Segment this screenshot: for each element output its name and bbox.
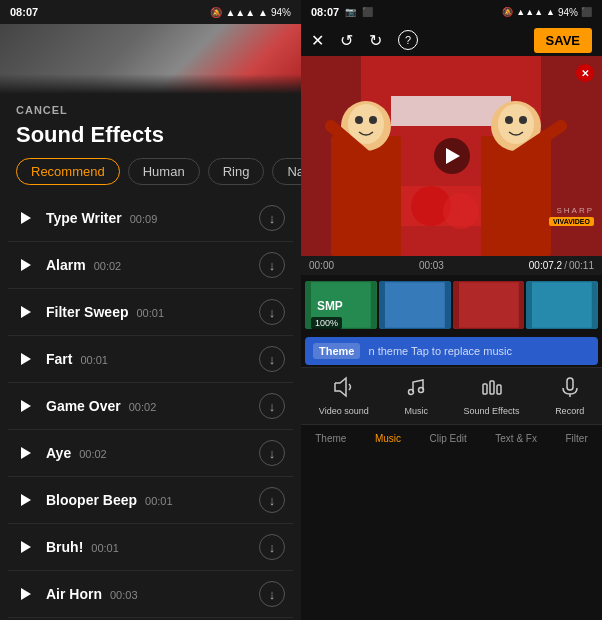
bottom-tools: Video sound Music Sound Effects [301, 367, 602, 424]
svg-rect-26 [532, 282, 592, 327]
sound-name: Type Writer [46, 210, 122, 226]
nav-music[interactable]: Music [375, 433, 401, 444]
download-button[interactable]: ↓ [259, 205, 285, 231]
download-button[interactable]: ↓ [259, 299, 285, 325]
video-preview: SHARP VIVAVIDEO ✕ [301, 56, 602, 256]
app-icon: ⬛ [362, 7, 373, 17]
nav-text-fx[interactable]: Text & Fx [495, 433, 537, 444]
music-icon [405, 376, 427, 403]
svg-point-28 [419, 388, 424, 393]
timeline-current-time: 00:07.2 [529, 260, 562, 271]
download-icon: ↓ [269, 447, 276, 460]
video-sound-icon [333, 376, 355, 403]
list-item[interactable]: Game Over 00:02 ↓ [8, 383, 293, 430]
redo-button[interactable]: ↻ [369, 31, 382, 50]
svg-point-7 [355, 116, 363, 124]
download-button[interactable]: ↓ [259, 440, 285, 466]
sound-duration: 00:09 [130, 213, 158, 225]
sound-effects-icon [481, 376, 503, 403]
left-status-bar: 08:07 🔕 ▲▲▲ ▲ 94% [0, 0, 301, 24]
left-time: 08:07 [10, 6, 38, 18]
timeline-separator: / [564, 260, 567, 271]
sound-duration: 00:01 [80, 354, 108, 366]
sound-effects-panel: 08:07 🔕 ▲▲▲ ▲ 94% CANCEL Sound Effects R… [0, 0, 301, 620]
wifi-icon2: ▲ [546, 7, 555, 17]
svg-rect-31 [497, 385, 501, 394]
nav-theme[interactable]: Theme [315, 433, 346, 444]
list-item[interactable]: Blooper Beep 00:01 ↓ [8, 477, 293, 524]
right-status-bar: 08:07 📷 ⬛ 🔕 ▲▲▲ ▲ 94% ⬛ [301, 0, 602, 24]
vivavideo-watermark: VIVAVIDEO [549, 217, 594, 226]
sound-name: Filter Sweep [46, 304, 128, 320]
list-item[interactable]: Type Writer 00:09 ↓ [8, 195, 293, 242]
undo-button[interactable]: ↺ [340, 31, 353, 50]
tool-label-record: Record [555, 406, 584, 416]
play-button[interactable] [16, 349, 36, 369]
play-button[interactable] [16, 208, 36, 228]
signal-icon2: ▲▲▲ [516, 7, 543, 17]
list-item[interactable]: Alarm 00:02 ↓ [8, 242, 293, 289]
list-item[interactable]: Bruh! 00:01 ↓ [8, 524, 293, 571]
tab-ring[interactable]: Ring [208, 158, 265, 185]
svg-point-12 [505, 116, 513, 124]
nav-label-filter: Filter [566, 433, 588, 444]
svg-point-13 [519, 116, 527, 124]
nav-label-music: Music [375, 433, 401, 444]
help-button[interactable]: ? [398, 30, 418, 50]
list-item[interactable]: Air Horn 00:03 ↓ [8, 571, 293, 618]
nav-clip-edit[interactable]: Clip Edit [430, 433, 467, 444]
list-item[interactable]: Aye 00:02 ↓ [8, 430, 293, 477]
filter-tabs: Recommend Human Ring Nature [0, 158, 301, 195]
left-battery: 94% [271, 7, 291, 18]
sound-name: Aye [46, 445, 71, 461]
wifi-icon: ▲ [258, 7, 268, 18]
tool-sound-effects[interactable]: Sound Effects [464, 376, 520, 416]
video-play-button[interactable] [434, 138, 470, 174]
video-timeline[interactable]: SMP 100% [301, 275, 602, 335]
play-button[interactable] [16, 302, 36, 322]
close-button[interactable]: ✕ [311, 31, 324, 50]
play-button[interactable] [16, 537, 36, 557]
sharp-watermark: SHARP [556, 206, 594, 215]
play-button[interactable] [16, 396, 36, 416]
clip-duration-badge: 100% [311, 317, 342, 329]
cancel-button[interactable]: CANCEL [0, 94, 301, 120]
download-button[interactable]: ↓ [259, 346, 285, 372]
download-button[interactable]: ↓ [259, 252, 285, 278]
remove-badge[interactable]: ✕ [576, 64, 594, 82]
left-status-icons: 🔕 ▲▲▲ ▲ 94% [210, 7, 291, 18]
list-item[interactable]: Filter Sweep 00:01 ↓ [8, 289, 293, 336]
download-button[interactable]: ↓ [259, 393, 285, 419]
svg-point-27 [409, 390, 414, 395]
download-button[interactable]: ↓ [259, 534, 285, 560]
svg-rect-30 [490, 381, 494, 394]
tool-label-sound-effects: Sound Effects [464, 406, 520, 416]
tool-music[interactable]: Music [404, 376, 428, 416]
list-item[interactable]: Fart 00:01 ↓ [8, 336, 293, 383]
tool-record[interactable]: Record [555, 376, 584, 416]
tab-nature[interactable]: Nature [272, 158, 301, 185]
download-button[interactable]: ↓ [259, 487, 285, 513]
download-icon: ↓ [269, 541, 276, 554]
play-button[interactable] [16, 255, 36, 275]
sound-duration: 00:01 [145, 495, 173, 507]
nav-label-text-fx: Text & Fx [495, 433, 537, 444]
sound-name: Alarm [46, 257, 86, 273]
play-button[interactable] [16, 490, 36, 510]
theme-track[interactable]: Theme n theme Tap to replace music [305, 337, 598, 365]
play-button[interactable] [16, 443, 36, 463]
save-button[interactable]: SAVE [534, 28, 592, 53]
tab-human[interactable]: Human [128, 158, 200, 185]
bottom-nav: Theme Music Clip Edit Text & Fx Filter [301, 424, 602, 452]
panel-title: Sound Effects [0, 120, 301, 158]
tool-video-sound[interactable]: Video sound [319, 376, 369, 416]
tab-recommend[interactable]: Recommend [16, 158, 120, 185]
download-button[interactable]: ↓ [259, 581, 285, 607]
play-button[interactable] [16, 584, 36, 604]
sound-duration: 00:01 [136, 307, 164, 319]
nav-label-theme: Theme [315, 433, 346, 444]
timeline-bar: 00:00 00:03 00:07.2 / 00:11 [301, 256, 602, 275]
download-icon: ↓ [269, 212, 276, 225]
signal-icon: ▲▲▲ [225, 7, 255, 18]
nav-filter[interactable]: Filter [566, 433, 588, 444]
